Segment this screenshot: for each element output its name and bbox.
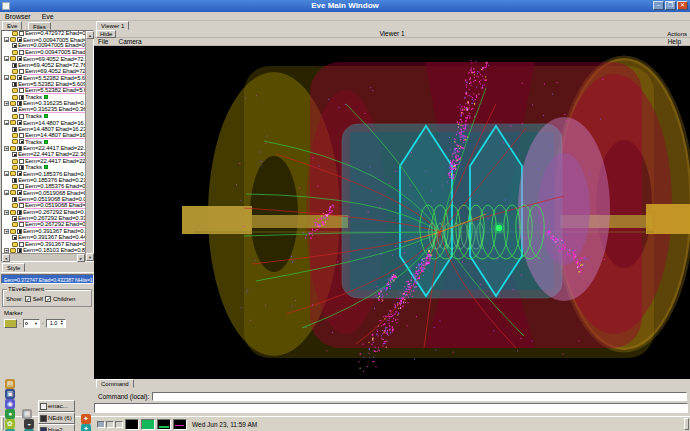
scroll-down-icon[interactable]: ▼	[86, 253, 94, 261]
expand-icon[interactable]	[4, 37, 9, 42]
tree-item-checkbox[interactable]	[17, 146, 22, 151]
tree-item-checkbox[interactable]	[12, 107, 17, 112]
expand-icon[interactable]	[4, 56, 9, 61]
tree-item[interactable]: Eem=0.316235 Ehad=0.366	[3, 107, 85, 113]
tree-item-label[interactable]: Eem=0.00947005 Ehad=0.0	[25, 49, 85, 55]
tree-item-label[interactable]: Eem=0.267292 Ehad=0.330	[25, 222, 85, 228]
marker-size-stepper[interactable]: 1.0 ▲▼	[46, 319, 66, 328]
tree-item[interactable]: Eem=0.185376 Ehad=0.215	[3, 183, 85, 189]
maximize-button[interactable]: ❐	[665, 1, 676, 10]
children-checkbox[interactable]	[45, 296, 51, 302]
tree-item-checkbox[interactable]	[17, 37, 22, 42]
expand-icon[interactable]	[4, 101, 9, 106]
tree-item-checkbox[interactable]	[19, 114, 24, 119]
tree-item[interactable]: Eem=0.472972 Ehad=0.54	[3, 30, 85, 36]
tree-item-checkbox[interactable]	[17, 56, 22, 61]
scroll-right-icon[interactable]: ►	[77, 254, 85, 262]
status-entry[interactable]	[94, 403, 688, 413]
net-graph-applet[interactable]	[173, 419, 187, 430]
tree-item-label[interactable]: Tracks	[25, 139, 42, 145]
tab-files[interactable]: Files	[28, 22, 51, 30]
scroll-up-icon[interactable]: ▲	[86, 31, 94, 39]
viewer-menu-file[interactable]: File	[98, 38, 108, 45]
tree-item-checkbox[interactable]	[19, 50, 24, 55]
tree-item-label[interactable]: Eem=0.391367 Ehad=0.449852	[23, 228, 85, 234]
scroll-left-icon[interactable]: ◄	[2, 254, 10, 262]
figure-icon[interactable]: ✦	[81, 414, 91, 424]
drawer-icon[interactable]: ▤	[5, 379, 15, 389]
marker-color-button[interactable]	[4, 319, 17, 328]
tree-item-checkbox[interactable]	[12, 235, 17, 240]
expand-icon[interactable]	[4, 146, 9, 151]
tab-command[interactable]: Command	[96, 379, 134, 388]
tree-item-checkbox[interactable]	[12, 63, 17, 68]
tree-item-label[interactable]: Eem=14.4807 Ehad=16.23 NHi	[23, 120, 85, 126]
marker-style-dropdown[interactable]: ▼	[23, 319, 40, 328]
tree-item-label[interactable]: Eem=0.185376 Ehad=0.215008	[23, 171, 85, 177]
pager-cell[interactable]	[97, 421, 105, 428]
tree-item[interactable]: Eem=0.0519068 Ehad=0.06	[3, 203, 85, 209]
tree-item-checkbox[interactable]	[19, 222, 24, 227]
tree-item-label[interactable]: Eem=0.267292 Ehad=0.330585	[23, 209, 85, 215]
tree-item-label[interactable]: Eem=0.391367 Ehad=0.449	[25, 241, 85, 247]
tree-item-label[interactable]: Tracks	[25, 164, 42, 170]
load-applet[interactable]	[141, 419, 155, 430]
tree-item-checkbox[interactable]	[19, 69, 24, 74]
tree-item-checkbox[interactable]	[19, 165, 24, 170]
tree-item-label[interactable]: Tracks	[25, 94, 42, 100]
screenshot-icon[interactable]: ●	[5, 409, 15, 419]
disabled-app-icon[interactable]: ▦	[22, 409, 32, 419]
window-titlebar[interactable]: Eve Main Window – ❐ ✕	[0, 0, 690, 12]
menu-eve[interactable]: Eve	[42, 13, 54, 20]
tree-item-label[interactable]: Eem=22.4417 Ehad=22.3623 N	[23, 145, 85, 151]
tree-item-checkbox[interactable]	[19, 242, 24, 247]
tree-item-checkbox[interactable]	[19, 203, 24, 208]
help-button[interactable]: Help	[668, 38, 681, 46]
expand-icon[interactable]	[4, 120, 9, 125]
tree-item-checkbox[interactable]	[12, 152, 17, 157]
menu-browser[interactable]: Browser	[5, 13, 31, 20]
tree-horizontal-scrollbar[interactable]: ◄ ►	[2, 253, 85, 261]
tree-item-label[interactable]: Eem=0.00947005 Ehad=0.0109	[23, 37, 85, 43]
tab-viewer-1[interactable]: Viewer 1	[96, 21, 129, 30]
expand-icon[interactable]	[4, 210, 9, 215]
app-dark-icon[interactable]: ◒	[24, 419, 34, 429]
tree-item[interactable]: Eem=0.00947005 Ehad=0.0	[3, 49, 85, 55]
taskbar-edge-handle[interactable]	[684, 418, 689, 430]
tree-item-checkbox[interactable]	[19, 88, 24, 93]
tree-item[interactable]: Eem=22.4417 Ehad=22.362	[3, 158, 85, 164]
tree-item-label[interactable]: Eem=0.472972 Ehad=0.54	[25, 30, 85, 36]
pager-cell[interactable]	[115, 421, 123, 428]
tree-item-checkbox[interactable]	[17, 190, 22, 195]
tree-item-checkbox[interactable]	[19, 159, 24, 164]
tab-style[interactable]: Style	[2, 263, 25, 272]
pager-cell[interactable]	[106, 421, 114, 428]
terminal-icon[interactable]: ▣	[5, 389, 15, 399]
expand-icon[interactable]	[4, 171, 9, 176]
tree-item-label[interactable]: Eem=0.0519068 Ehad=0.06021	[23, 190, 85, 196]
3d-event-display[interactable]	[94, 46, 690, 379]
viewer-menu-camera[interactable]: Camera	[118, 38, 141, 45]
tree-item-checkbox[interactable]	[17, 75, 22, 80]
tree-item-label[interactable]: Eem=14.4807 Ehad=16.23 f	[25, 132, 85, 138]
workspace-pager[interactable]	[97, 421, 123, 428]
tree-item-checkbox[interactable]	[17, 120, 22, 125]
command-input[interactable]	[152, 392, 687, 401]
tree-item-checkbox[interactable]	[17, 171, 22, 176]
teal-app-icon[interactable]: ✦	[81, 424, 91, 431]
tree-item-label[interactable]: Eem=69.4052 Ehad=72.765	[25, 68, 85, 74]
tree-item-label[interactable]: Eem=0.185376 Ehad=0.215	[25, 183, 85, 189]
selected-element-bar[interactable]: Eem=0.372747 Ehad=0.432387 NHits=18	[1, 274, 94, 284]
browser-icon[interactable]: ◉	[5, 399, 15, 409]
tree-item-checkbox[interactable]	[17, 101, 22, 106]
tree-item-checkbox[interactable]	[12, 197, 17, 202]
tree-item-checkbox[interactable]	[12, 82, 17, 87]
tree-item-checkbox[interactable]	[17, 210, 22, 215]
minimize-button[interactable]: –	[653, 1, 664, 10]
tree-item-label[interactable]: Eem=69.4052 Ehad=72.7658 N	[23, 56, 85, 62]
self-checkbox[interactable]	[25, 296, 31, 302]
tree-item-checkbox[interactable]	[19, 133, 24, 138]
tree-item-label[interactable]: Eem=5.52382 Ehad=5.6097	[25, 88, 85, 94]
cpu-graph-applet[interactable]	[157, 419, 171, 430]
tree-item[interactable]: Eem=69.4052 Ehad=72.765	[3, 68, 85, 74]
